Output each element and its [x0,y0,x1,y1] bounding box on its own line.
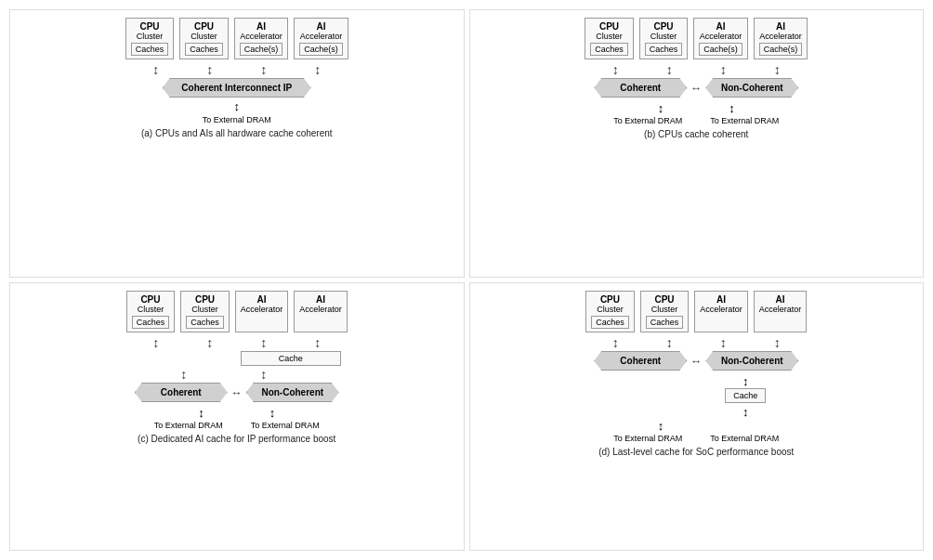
cpu-cluster-1: CPU Cluster Caches [585,18,634,59]
ai-accel-2: AI Accelerator [754,291,808,332]
cpu-cluster-2: CPU Cluster Caches [180,291,230,332]
arrows-b: ↕ ↕ ↕ ↕ [591,63,801,76]
cache-box: Cache(s) [299,43,343,56]
units-row-b: CPU Cluster Caches CPU Cluster Caches AI… [585,18,808,59]
caption-c: (c) Dedicated AI cache for IP performanc… [138,434,335,444]
noncoherent-banner-b: Non-Coherent [705,78,798,98]
ai-accel-1: AI Accelerator Cache(s) [693,18,748,59]
main-container: CPU Cluster Caches CPU Cluster Caches AI… [0,0,933,560]
arrow-4: ↕ [294,63,342,76]
dram-arrows-d: ↕ ↕ [658,419,735,433]
diagram-d: CPU Cluster Caches CPU Cluster Caches AI… [469,282,925,551]
arrows-c2: ↕ ↕ [14,368,460,381]
ai-accel-1: AI Accelerator Cache(s) [234,18,289,59]
arrow-1: ↕ [132,63,180,76]
dram-arrows-c: ↕ ↕ [198,406,275,420]
cpu-cluster-1: CPU Cluster Caches [125,18,175,59]
caption-b: (b) CPUs cache coherent [644,129,748,139]
banners-row-b: Coherent ↔ Non-Coherent [594,78,798,98]
ai-accel-2: AI Accelerator Cache(s) [754,18,808,59]
banners-row-d: Coherent ↔ Non-Coherent [594,351,798,371]
between-arrow-b: ↔ [690,82,702,95]
ai-accel-1: AI Accelerator [694,291,748,332]
cpu-cluster-2: CPU Cluster Caches [640,291,690,332]
ai-cache-c: Cache [241,351,341,366]
arrow-3: ↕ [240,63,288,76]
dram-row-d: To External DRAM To External DRAM [613,434,779,443]
unit-title: AI [299,21,343,32]
cache-box: Caches [185,43,223,56]
caption-a: (a) CPUs and AIs all hardware cache cohe… [141,128,333,138]
cpu-cluster-1: CPU Cluster Caches [585,291,635,332]
cache-box: Caches [131,43,169,56]
diagram-c: CPU Cluster Caches CPU Cluster Caches AI… [9,282,465,551]
coherent-banner-c: Coherent [135,383,228,402]
coherent-banner-b: Coherent [594,78,687,98]
caption-d: (d) Last-level cache for SoC performance… [598,447,794,457]
ai-accel-1: AI Accelerator [235,291,289,332]
ai-accel-2: AI Accelerator Cache(s) [294,18,348,59]
units-row-a: CPU Cluster Caches CPU Cluster Caches AI… [125,18,348,59]
unit-title: CPU [185,21,223,32]
unit-title: CPU [131,21,169,32]
unit-subtitle: Accelerator [299,32,343,41]
banners-row-c: Coherent ↔ Non-Coherent [135,383,339,402]
arrows-c: ↕ ↕ ↕ ↕ [14,336,460,349]
dram-row-b: To External DRAM To External DRAM [613,116,779,125]
unit-subtitle: Cluster [185,32,223,41]
coherent-banner-d: Coherent [594,351,687,371]
unit-subtitle: Accelerator [240,32,283,41]
bottom-cache-row-d: ↕ Cache ↕ [474,374,920,419]
noncoherent-banner-d: Non-Coherent [705,351,798,371]
unit-subtitle: Cluster [131,32,169,41]
cache-row-c: Cache [14,351,460,368]
diagram-b: CPU Cluster Caches CPU Cluster Caches AI… [469,9,925,278]
bottom-cache-d: Cache [725,388,766,403]
arrows-d: ↕ ↕ ↕ ↕ [474,336,920,349]
dram-label-a: To External DRAM [203,115,271,124]
cache-box: Cache(s) [240,43,283,56]
cpu-cluster-1: CPU Cluster Caches [126,291,176,332]
cpu-cluster-2: CPU Cluster Caches [639,18,689,59]
dram-row-c: To External DRAM To External DRAM [154,421,320,430]
diagram-a: CPU Cluster Caches CPU Cluster Caches AI… [9,9,465,278]
units-row-c: CPU Cluster Caches CPU Cluster Caches AI… [126,291,348,332]
cpu-cluster-2: CPU Cluster Caches [179,18,229,59]
dram-arrow-a: ↕ [234,99,241,113]
between-arrow-d: ↔ [690,355,702,368]
dram-arrows-b: ↕ ↕ [658,101,735,115]
arrows-a: ↕ ↕ ↕ ↕ [132,63,342,76]
units-row-d: CPU Cluster Caches CPU Cluster Caches AI… [585,291,807,332]
noncoherent-banner-c: Non-Coherent [246,383,339,402]
arrow-2: ↕ [186,63,234,76]
ai-accel-2: AI Accelerator [294,291,348,332]
unit-title: AI [240,21,283,32]
between-arrow-c: ↔ [231,386,243,399]
coherent-banner-a: Coherent Interconnect IP [163,78,311,98]
